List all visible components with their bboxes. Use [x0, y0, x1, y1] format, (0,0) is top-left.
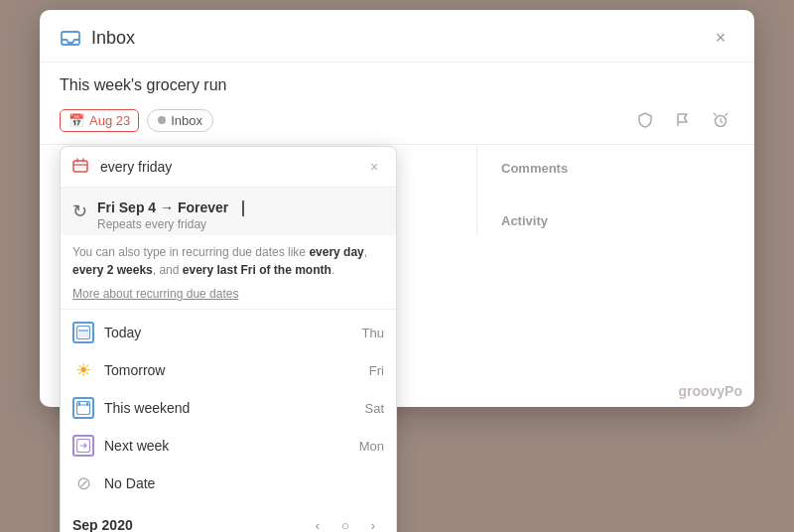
task-title[interactable]: This week's grocery run	[60, 76, 734, 94]
dropdown-calendar-icon	[72, 158, 92, 177]
recurring-content: Fri Sep 4 → Forever Repeats every friday	[97, 200, 384, 231]
calendar-month: Sep 2020	[72, 517, 307, 532]
today-label: Today	[104, 325, 352, 340]
watermark: groovyPo	[678, 383, 742, 399]
task-meta-row: 📅 Aug 23 Inbox	[40, 102, 754, 145]
dropdown-clear-button[interactable]: ×	[364, 157, 384, 177]
date-dropdown: × ↻ Fri Sep 4 → Forever Repeats every fr…	[60, 146, 397, 532]
svg-rect-2	[73, 161, 87, 172]
nextweek-day: Mon	[359, 439, 384, 454]
modal-overlay: Inbox × This week's grocery run 📅 Aug 23…	[0, 0, 794, 532]
alarm-action-icon[interactable]	[707, 106, 734, 134]
dropdown-item-weekend[interactable]: This weekend Sat	[61, 389, 396, 427]
recurring-subtitle: Repeats every friday	[97, 217, 384, 231]
recurring-title: Fri Sep 4 → Forever	[97, 200, 384, 216]
info-text: You can also type in recurring due dates…	[61, 235, 396, 283]
today-icon	[72, 322, 94, 343]
modal: Inbox × This week's grocery run 📅 Aug 23…	[40, 10, 754, 407]
content-right: Comments Activity	[476, 145, 734, 236]
recurring-title-text: Fri Sep 4 → Forever	[97, 200, 228, 215]
inbox-dot	[158, 116, 166, 124]
activity-title: Activity	[501, 213, 734, 228]
cal-prev-button[interactable]: ‹	[307, 514, 329, 532]
inbox-header-icon	[60, 27, 81, 49]
inbox-badge[interactable]: Inbox	[147, 109, 213, 132]
svg-rect-7	[86, 402, 88, 406]
sun-icon: ☀	[72, 359, 94, 381]
nodate-icon: ⊘	[72, 472, 94, 494]
close-button[interactable]: ×	[707, 24, 734, 52]
tomorrow-day: Fri	[369, 363, 384, 378]
recurring-icon: ↻	[72, 200, 87, 222]
dropdown-item-today[interactable]: Today Thu	[61, 314, 396, 351]
comments-title: Comments	[501, 161, 734, 176]
weekend-label: This weekend	[104, 400, 354, 416]
dropdown-search-input[interactable]	[100, 159, 356, 175]
calendar-header: Sep 2020 ‹ ○ ›	[72, 514, 384, 532]
today-day: Thu	[362, 326, 384, 340]
inbox-badge-text: Inbox	[171, 113, 202, 128]
modal-title: Inbox	[91, 28, 707, 49]
shield-action-icon[interactable]	[631, 106, 659, 134]
date-badge[interactable]: 📅 Aug 23	[60, 109, 139, 132]
svg-rect-4	[78, 331, 88, 337]
next-week-icon	[72, 435, 94, 457]
weekend-day: Sat	[364, 401, 384, 416]
calendar-nav: ‹ ○ ›	[307, 514, 384, 532]
weekend-icon	[72, 397, 94, 419]
nextweek-label: Next week	[104, 438, 349, 454]
tomorrow-label: Tomorrow	[104, 362, 359, 378]
dropdown-divider	[61, 309, 396, 310]
dropdown-item-tomorrow[interactable]: ☀ Tomorrow Fri	[61, 351, 396, 389]
meta-actions	[631, 106, 734, 134]
more-link[interactable]: More about recurring due dates	[61, 283, 396, 309]
date-badge-text: Aug 23	[89, 113, 130, 128]
calendar-icon: 📅	[68, 113, 84, 128]
modal-header: Inbox ×	[40, 10, 754, 63]
cal-next-button[interactable]: ›	[362, 514, 384, 532]
calendar-section: Sep 2020 ‹ ○ › S M T W T	[61, 502, 396, 532]
flag-action-icon[interactable]	[669, 106, 697, 134]
dropdown-search-row: ×	[61, 147, 396, 188]
svg-rect-6	[78, 402, 80, 406]
cursor-hint	[234, 200, 244, 216]
recurring-option[interactable]: ↻ Fri Sep 4 → Forever Repeats every frid…	[61, 188, 396, 235]
dropdown-item-nextweek[interactable]: Next week Mon	[61, 427, 396, 465]
task-title-row: This week's grocery run	[40, 63, 754, 102]
dropdown-item-nodate[interactable]: ⊘ No Date	[61, 465, 396, 502]
cal-today-button[interactable]: ○	[334, 514, 356, 532]
nodate-label: No Date	[104, 475, 374, 491]
